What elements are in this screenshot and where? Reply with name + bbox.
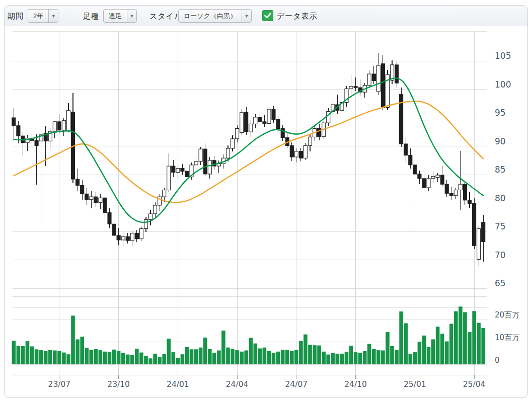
candle-down[interactable] bbox=[181, 169, 184, 172]
candle-up[interactable] bbox=[477, 228, 481, 259]
candle-down[interactable] bbox=[12, 118, 16, 126]
volume-bar[interactable] bbox=[390, 346, 394, 364]
volume-bar[interactable] bbox=[381, 351, 385, 365]
volume-bar[interactable] bbox=[35, 349, 39, 364]
candle-up[interactable] bbox=[367, 74, 371, 86]
volume-bar[interactable] bbox=[139, 353, 143, 364]
volume-bar[interactable] bbox=[481, 328, 485, 364]
volume-bar[interactable] bbox=[57, 351, 61, 364]
volume-bar[interactable] bbox=[440, 334, 444, 364]
volume-bar[interactable] bbox=[367, 344, 371, 365]
volume-bar[interactable] bbox=[130, 355, 134, 364]
volume-bar[interactable] bbox=[217, 351, 221, 365]
volume-bar[interactable] bbox=[258, 349, 262, 365]
candle-down[interactable] bbox=[354, 87, 357, 88]
volume-bar[interactable] bbox=[185, 347, 189, 364]
volume-bar[interactable] bbox=[17, 346, 21, 364]
volume-bar[interactable] bbox=[144, 356, 148, 364]
volume-bar[interactable] bbox=[290, 351, 294, 365]
candle-up[interactable] bbox=[431, 176, 435, 179]
candle-up[interactable] bbox=[240, 113, 244, 133]
candle-up[interactable] bbox=[130, 233, 134, 240]
candle-down[interactable] bbox=[299, 151, 302, 158]
candle-up[interactable] bbox=[267, 109, 271, 123]
candle-down[interactable] bbox=[272, 109, 275, 119]
volume-bar[interactable] bbox=[363, 351, 367, 364]
volume-bar[interactable] bbox=[349, 346, 353, 364]
volume-bar[interactable] bbox=[203, 338, 207, 364]
volume-bar[interactable] bbox=[240, 352, 244, 364]
volume-bar[interactable] bbox=[399, 311, 403, 364]
volume-bar[interactable] bbox=[477, 323, 481, 364]
candle-up[interactable] bbox=[459, 184, 462, 190]
candle-down[interactable] bbox=[117, 235, 120, 240]
candle-down[interactable] bbox=[172, 166, 175, 172]
volume-bar[interactable] bbox=[322, 352, 326, 364]
volume-bar[interactable] bbox=[254, 344, 258, 364]
volume-bar[interactable] bbox=[212, 353, 216, 365]
candle-up[interactable] bbox=[53, 122, 56, 131]
candle-up[interactable] bbox=[163, 190, 166, 197]
candle-down[interactable] bbox=[276, 119, 280, 128]
volume-bar[interactable] bbox=[326, 355, 330, 364]
volume-bar[interactable] bbox=[281, 350, 285, 364]
volume-bar[interactable] bbox=[372, 349, 376, 364]
volume-bar[interactable] bbox=[299, 341, 303, 364]
candle-down[interactable] bbox=[76, 179, 80, 185]
candle-down[interactable] bbox=[440, 175, 444, 184]
volume-bar[interactable] bbox=[422, 336, 426, 364]
candle-up[interactable] bbox=[254, 117, 257, 124]
volume-bar[interactable] bbox=[66, 354, 70, 364]
candle-up[interactable] bbox=[309, 137, 312, 145]
volume-bar[interactable] bbox=[148, 358, 153, 364]
volume-bar[interactable] bbox=[112, 350, 116, 364]
candle-up[interactable] bbox=[121, 236, 125, 240]
volume-bar[interactable] bbox=[26, 341, 30, 364]
candle-up[interactable] bbox=[144, 219, 148, 228]
candle-down[interactable] bbox=[463, 184, 467, 200]
candle-up[interactable] bbox=[236, 129, 239, 139]
volume-bar[interactable] bbox=[30, 347, 34, 365]
volume-bar[interactable] bbox=[99, 350, 103, 364]
candle-down[interactable] bbox=[468, 200, 472, 204]
candle-up[interactable] bbox=[231, 139, 235, 148]
candle-down[interactable] bbox=[381, 64, 385, 108]
candle-up[interactable] bbox=[427, 179, 430, 188]
volume-bar[interactable] bbox=[62, 353, 66, 364]
volume-bar[interactable] bbox=[71, 315, 75, 364]
candle-down[interactable] bbox=[409, 155, 412, 165]
volume-bar[interactable] bbox=[303, 335, 308, 364]
volume-bar[interactable] bbox=[12, 341, 16, 364]
volume-bar[interactable] bbox=[103, 352, 107, 364]
volume-bar[interactable] bbox=[53, 351, 57, 365]
candle-down[interactable] bbox=[112, 224, 116, 235]
volume-bar[interactable] bbox=[336, 354, 340, 364]
candle-up[interactable] bbox=[454, 190, 458, 196]
candle-up[interactable] bbox=[226, 148, 230, 158]
candle-up[interactable] bbox=[62, 121, 65, 130]
candle-down[interactable] bbox=[35, 140, 38, 145]
volume-bar[interactable] bbox=[427, 347, 431, 364]
candle-down[interactable] bbox=[103, 198, 107, 212]
candle-down[interactable] bbox=[85, 194, 89, 199]
candle-up[interactable] bbox=[194, 162, 198, 165]
candle-down[interactable] bbox=[258, 117, 262, 122]
volume-bar[interactable] bbox=[194, 349, 198, 364]
volume-bar[interactable] bbox=[221, 331, 225, 364]
candle-down[interactable] bbox=[108, 213, 111, 224]
volume-bar[interactable] bbox=[158, 357, 162, 364]
volume-bar[interactable] bbox=[126, 355, 130, 364]
candle-up[interactable] bbox=[349, 87, 353, 89]
candle-down[interactable] bbox=[263, 122, 266, 123]
candle-down[interactable] bbox=[372, 74, 375, 81]
candle-down[interactable] bbox=[203, 149, 207, 174]
volume-bar[interactable] bbox=[162, 354, 166, 364]
candle-down[interactable] bbox=[482, 222, 485, 242]
volume-bar[interactable] bbox=[386, 332, 390, 364]
volume-bar[interactable] bbox=[395, 350, 399, 364]
volume-bar[interactable] bbox=[75, 340, 80, 365]
volume-bar[interactable] bbox=[85, 348, 89, 364]
volume-bar[interactable] bbox=[472, 311, 476, 364]
volume-bar[interactable] bbox=[294, 350, 298, 364]
volume-bar[interactable] bbox=[181, 354, 185, 364]
